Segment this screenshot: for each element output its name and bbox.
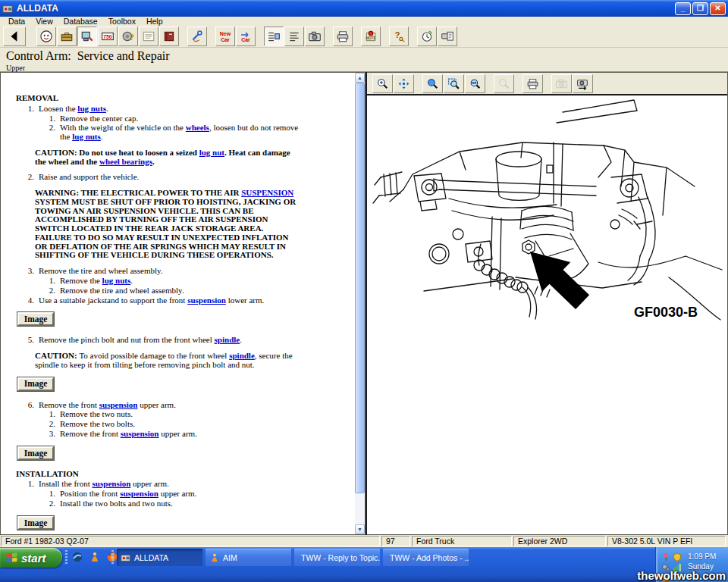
quick-launch-browser-swirl[interactable] bbox=[71, 551, 83, 566]
toolbar-view-text-button[interactable] bbox=[284, 27, 304, 46]
toolbar-library-button[interactable] bbox=[159, 27, 179, 46]
toolbar-print-setup-button[interactable] bbox=[438, 27, 457, 46]
svg-text:Car: Car bbox=[241, 37, 250, 42]
image-toolbar-zoom-previous-button[interactable] bbox=[494, 74, 514, 93]
doc-text: CAUTION: bbox=[35, 351, 79, 360]
doc-link[interactable]: SUSPENSION bbox=[241, 188, 293, 197]
doc-text: . bbox=[152, 157, 155, 166]
image-button[interactable]: Image bbox=[17, 312, 54, 326]
scroll-down-button[interactable]: ▼ bbox=[355, 524, 365, 534]
list-item-text: Loosen the lug nuts. bbox=[39, 105, 108, 114]
doc-link[interactable]: suspension bbox=[99, 400, 138, 409]
image-toolbar-print-image-button[interactable] bbox=[522, 74, 543, 93]
figure-label: GF0030-B bbox=[634, 305, 698, 320]
doc-link[interactable]: wheels bbox=[186, 123, 209, 132]
menu-view[interactable]: View bbox=[30, 17, 58, 26]
doc-link[interactable]: wheel bearings bbox=[99, 157, 152, 166]
taskbar-divider[interactable] bbox=[65, 550, 67, 565]
doc-list-item: 3.Remove the tire and wheel assembly. bbox=[24, 267, 306, 276]
image-toolbar-copy-image-button[interactable] bbox=[551, 74, 572, 93]
menu-bar: DataViewDatabaseToolboxHelp bbox=[0, 17, 728, 26]
doc-link[interactable]: spindle bbox=[229, 351, 255, 360]
scrollbar-thumb[interactable] bbox=[355, 83, 365, 493]
toolbar-parts-labor-button[interactable]: ? bbox=[118, 27, 138, 46]
control-arm-diagram: GF0030-B bbox=[367, 95, 726, 534]
image-button[interactable]: Image bbox=[17, 377, 54, 391]
toolbar-tsb-button[interactable]: 750 bbox=[98, 27, 118, 46]
svg-text:NOTE: NOTE bbox=[366, 36, 375, 40]
start-button[interactable]: start bbox=[0, 548, 62, 568]
toolbar-renew-button[interactable] bbox=[139, 27, 158, 46]
image-toolbar-next-image-button[interactable] bbox=[573, 74, 593, 93]
toolbar-back-button[interactable] bbox=[3, 27, 26, 46]
menu-help[interactable]: Help bbox=[141, 17, 168, 26]
tray-rose[interactable] bbox=[661, 551, 673, 562]
toolbar-view-text-graphics-button[interactable] bbox=[264, 27, 284, 46]
doc-heading: INSTALLATION bbox=[16, 470, 306, 479]
doc-link[interactable]: suspension bbox=[187, 296, 226, 305]
image-toolbar-zoom-extents-button[interactable] bbox=[465, 74, 485, 93]
doc-note: WARNING: THE ELECTRICAL POWER TO THE AIR… bbox=[35, 189, 299, 260]
toolbar-view-graphics-button[interactable] bbox=[305, 27, 325, 46]
task-button-tww-add-photos[interactable]: TWW - Add Photos - ... bbox=[383, 549, 469, 566]
taskbar-divider[interactable] bbox=[111, 550, 114, 565]
scroll-up-button[interactable]: ▲ bbox=[355, 73, 365, 83]
face-icon bbox=[39, 30, 53, 43]
toolbar-vehicle-data-button[interactable] bbox=[77, 27, 97, 46]
toolbar-help-button[interactable]: ? bbox=[389, 27, 409, 46]
doc-list-item: 2.Remove the two bolts. bbox=[45, 420, 306, 429]
camera-grey-icon bbox=[555, 77, 568, 90]
toolbar-history-button[interactable] bbox=[417, 27, 437, 46]
figure-canvas[interactable]: GF0030-B bbox=[367, 95, 727, 534]
list-marker: 3. bbox=[24, 267, 34, 276]
menu-toolbox[interactable]: Toolbox bbox=[103, 17, 141, 26]
content-area: REMOVAL1.Loosen the lug nuts.1.Remove th… bbox=[0, 72, 728, 535]
image-button[interactable]: Image bbox=[17, 516, 54, 530]
doc-list-item: 2.Raise and support the vehicle. bbox=[24, 173, 306, 182]
minimize-button[interactable]: _ bbox=[675, 2, 691, 15]
close-button[interactable]: ✕ bbox=[710, 2, 726, 15]
task-button-aim[interactable]: AIM bbox=[206, 549, 291, 566]
list-marker: 2. bbox=[24, 173, 34, 182]
doc-text: . bbox=[101, 132, 103, 141]
image-toolbar-pan-button[interactable] bbox=[394, 74, 414, 93]
image-toolbar-zoom-in-button[interactable] bbox=[372, 74, 393, 93]
image-toolbar-zoom-dynamic-button[interactable] bbox=[422, 74, 443, 93]
toolbar-new-car-button[interactable]: NewCar bbox=[215, 27, 235, 46]
toolbar-shop-assistant-button[interactable] bbox=[36, 27, 56, 46]
list-item-text: Remove the center cap. bbox=[60, 114, 138, 124]
task-button-alldata[interactable]: ALLDATA bbox=[117, 549, 202, 566]
doc-text: Position the front bbox=[60, 489, 120, 498]
doc-link[interactable]: lug nuts bbox=[102, 276, 131, 285]
doc-link[interactable]: suspension bbox=[120, 489, 158, 498]
rose-icon bbox=[661, 552, 670, 562]
task-label: TWW - Add Photos - ... bbox=[390, 553, 469, 562]
tray-shield[interactable] bbox=[673, 551, 684, 562]
restore-button[interactable]: ❐ bbox=[692, 2, 708, 15]
toolbar-change-car-button[interactable]: Car bbox=[236, 27, 256, 46]
doc-link[interactable]: lug nuts bbox=[72, 132, 101, 141]
toolbar-print-button[interactable] bbox=[333, 27, 353, 46]
svg-text:?: ? bbox=[394, 30, 400, 39]
doc-list-item: 2.With the weight of the vehicle on the … bbox=[45, 124, 306, 142]
doc-link[interactable]: lug nuts bbox=[77, 104, 106, 113]
task-button-tww-reply-to-topic[interactable]: TWW - Reply to Topic... bbox=[294, 549, 380, 566]
toolbar-maintenance-button[interactable] bbox=[187, 27, 207, 46]
image-button[interactable]: Image bbox=[17, 446, 54, 460]
svg-text:New: New bbox=[220, 31, 231, 36]
list-marker: 1. bbox=[24, 480, 34, 489]
note-pin-icon: NOTE bbox=[364, 30, 378, 43]
toolbar-toolbox-button[interactable] bbox=[57, 27, 77, 46]
list-marker: 5. bbox=[24, 336, 34, 345]
doc-link[interactable]: suspension bbox=[93, 479, 131, 488]
vertical-scrollbar[interactable]: ▲ ▼ bbox=[355, 73, 365, 534]
menu-data[interactable]: Data bbox=[3, 17, 30, 26]
doc-link[interactable]: lug nut bbox=[199, 148, 224, 157]
doc-link[interactable]: spindle bbox=[215, 335, 240, 344]
doc-link[interactable]: suspension bbox=[121, 429, 159, 438]
quick-launch-aim-quick[interactable] bbox=[89, 551, 101, 566]
doc-text: WARNING: THE ELECTRICAL POWER TO THE AIR bbox=[35, 188, 241, 197]
toolbar-notes-button[interactable]: NOTE bbox=[361, 27, 381, 46]
image-toolbar-zoom-window-button[interactable] bbox=[444, 74, 464, 93]
menu-database[interactable]: Database bbox=[58, 17, 103, 26]
